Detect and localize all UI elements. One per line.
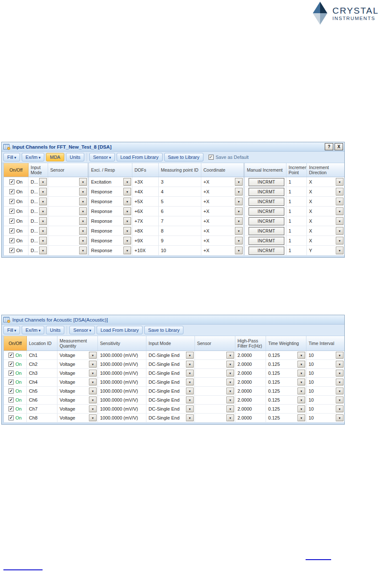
increment-point-cell[interactable]: 1 — [286, 177, 307, 187]
hp-filter-cell[interactable]: 2.0000 — [235, 414, 266, 422]
time-weighting-cell[interactable]: 0.125 — [266, 405, 306, 413]
input-mode-cell[interactable]: DC-Single End — [146, 405, 195, 413]
dropdown-arrow-icon[interactable] — [186, 388, 194, 394]
input-mode-cell[interactable]: D... — [29, 226, 48, 236]
dropdown-arrow-icon[interactable] — [39, 227, 47, 235]
dropdown-arrow-icon[interactable] — [336, 217, 343, 225]
dropdown-arrow-icon[interactable] — [226, 397, 234, 403]
coordinate-cell[interactable]: +X — [201, 226, 245, 236]
sensor-cell[interactable] — [195, 378, 235, 386]
dropdown-arrow-icon[interactable] — [123, 188, 131, 195]
exci-resp-cell[interactable]: Excitation — [89, 177, 132, 187]
dropdown-arrow-icon[interactable] — [39, 178, 47, 186]
input-mode-cell[interactable]: D... — [29, 187, 48, 196]
dropdown-arrow-icon[interactable] — [39, 247, 47, 254]
dropdown-arrow-icon[interactable] — [235, 178, 243, 186]
exci-resp-cell[interactable]: Response — [89, 207, 132, 216]
input-mode-cell[interactable]: D... — [29, 207, 48, 216]
dropdown-arrow-icon[interactable] — [186, 361, 194, 368]
help-button[interactable]: ? — [325, 143, 333, 150]
increment-point-cell[interactable]: 1 — [286, 246, 307, 255]
hp-filter-cell[interactable]: 2.0000 — [235, 405, 266, 413]
dropdown-arrow-icon[interactable] — [39, 188, 47, 195]
time-interval-cell[interactable]: 10 — [306, 378, 344, 386]
sensitivity-cell[interactable]: 1000.0000 (mV/V) — [98, 405, 146, 413]
sensor-cell[interactable] — [48, 236, 89, 245]
time-weighting-cell[interactable]: 0.125 — [266, 414, 306, 422]
dropdown-arrow-icon[interactable] — [298, 397, 305, 403]
input-mode-cell[interactable]: D... — [29, 197, 48, 206]
dropdown-arrow-icon[interactable] — [336, 405, 343, 412]
channel-on-checkbox[interactable] — [9, 238, 14, 243]
quantity-cell[interactable]: Voltage — [57, 378, 98, 386]
dropdown-arrow-icon[interactable] — [79, 227, 87, 235]
input-mode-cell[interactable]: D... — [29, 216, 48, 226]
channel-on-checkbox[interactable] — [9, 397, 14, 402]
sensitivity-cell[interactable]: 1000.0000 (mV/V) — [98, 369, 146, 377]
dropdown-arrow-icon[interactable] — [226, 361, 234, 368]
coordinate-cell[interactable]: +X — [201, 177, 245, 187]
ex-im-button[interactable]: Ex/Im — [22, 153, 44, 161]
input-mode-cell[interactable]: DC-Single End — [146, 351, 195, 359]
dropdown-arrow-icon[interactable] — [79, 217, 87, 225]
coordinate-cell[interactable]: +X — [201, 216, 245, 226]
dropdown-arrow-icon[interactable] — [336, 237, 343, 244]
load-from-library-button[interactable]: Load From Library — [117, 153, 163, 161]
channel-on-checkbox[interactable] — [9, 179, 14, 184]
dropdown-arrow-icon[interactable] — [186, 352, 194, 359]
input-mode-cell[interactable]: DC-Single End — [146, 378, 195, 386]
dropdown-arrow-icon[interactable] — [186, 405, 194, 412]
dropdown-arrow-icon[interactable] — [79, 178, 87, 186]
dropdown-arrow-icon[interactable] — [298, 405, 305, 412]
time-interval-cell[interactable]: 10 — [306, 369, 344, 377]
units-button[interactable]: Units — [66, 153, 84, 161]
dropdown-arrow-icon[interactable] — [226, 370, 234, 377]
input-mode-cell[interactable]: DC-Single End — [146, 387, 195, 395]
save-to-library-button[interactable]: Save to Library — [164, 153, 203, 161]
channel-on-checkbox[interactable] — [9, 218, 14, 224]
dropdown-arrow-icon[interactable] — [89, 352, 97, 359]
dropdown-arrow-icon[interactable] — [186, 414, 194, 421]
exci-resp-cell[interactable]: Response — [89, 187, 132, 196]
dropdown-arrow-icon[interactable] — [123, 217, 131, 225]
dropdown-arrow-icon[interactable] — [123, 178, 131, 186]
hp-filter-cell[interactable]: 2.0000 — [235, 360, 266, 368]
dropdown-arrow-icon[interactable] — [336, 198, 343, 205]
dropdown-arrow-icon[interactable] — [89, 414, 97, 421]
dropdown-arrow-icon[interactable] — [226, 388, 234, 394]
dropdown-arrow-icon[interactable] — [89, 361, 97, 368]
incrmt-button[interactable]: INCRMT — [249, 227, 284, 235]
channel-on-checkbox[interactable] — [9, 248, 14, 253]
quantity-cell[interactable]: Voltage — [57, 414, 98, 422]
location-id-cell[interactable]: Ch7 — [27, 405, 57, 413]
dropdown-arrow-icon[interactable] — [235, 247, 243, 254]
increment-direction-cell[interactable]: X — [307, 177, 344, 187]
sensitivity-cell[interactable]: 1000.0000 (mV/V) — [98, 396, 146, 404]
sensor-cell[interactable] — [195, 414, 235, 422]
sensor-cell[interactable] — [48, 207, 89, 216]
increment-direction-cell[interactable]: X — [307, 216, 344, 226]
dropdown-arrow-icon[interactable] — [235, 227, 243, 235]
channel-on-checkbox[interactable] — [9, 415, 14, 420]
increment-point-cell[interactable]: 1 — [286, 226, 307, 236]
sensor-cell[interactable] — [195, 360, 235, 368]
dialog1-titlebar[interactable]: Input Channels for FFT_New_Test_8 [DSA] … — [2, 142, 344, 152]
sensor-cell[interactable] — [48, 246, 89, 255]
channel-on-checkbox[interactable] — [9, 209, 14, 214]
sensitivity-cell[interactable]: 1000.0000 (mV/V) — [98, 378, 146, 386]
fill-button[interactable]: Fill — [3, 153, 20, 161]
footer-link-underline-right[interactable] — [306, 559, 331, 560]
hp-filter-cell[interactable]: 2.0000 — [235, 396, 266, 404]
dropdown-arrow-icon[interactable] — [89, 379, 97, 385]
time-weighting-cell[interactable]: 0.125 — [266, 369, 306, 377]
dropdown-arrow-icon[interactable] — [39, 198, 47, 205]
dropdown-arrow-icon[interactable] — [298, 352, 305, 359]
channel-on-checkbox[interactable] — [9, 406, 14, 411]
dropdown-arrow-icon[interactable] — [226, 379, 234, 385]
channel-on-checkbox[interactable] — [9, 362, 14, 367]
input-mode-cell[interactable]: DC-Single End — [146, 414, 195, 422]
increment-direction-cell[interactable]: Y — [307, 246, 344, 255]
increment-direction-cell[interactable]: X — [307, 207, 344, 216]
hp-filter-cell[interactable]: 2.0000 — [235, 387, 266, 395]
dofs-cell[interactable]: +10X — [132, 246, 159, 255]
